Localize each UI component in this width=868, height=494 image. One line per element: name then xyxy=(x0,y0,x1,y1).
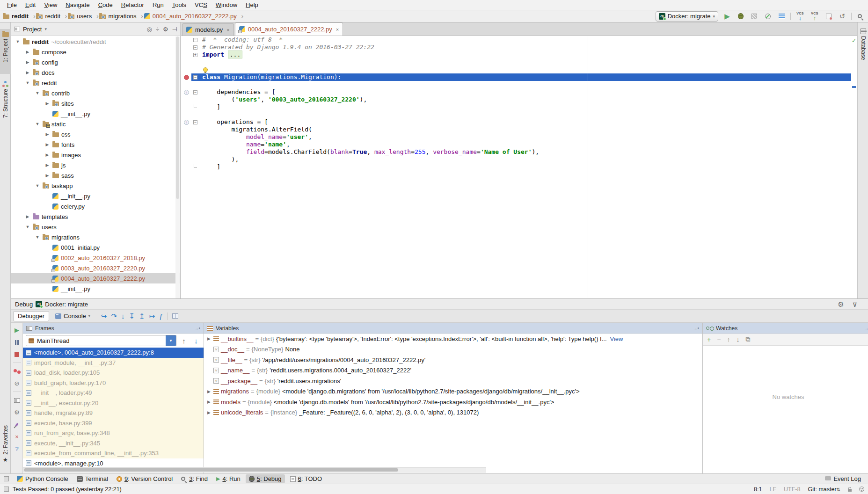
chevron-collapsed-icon[interactable]: ▶ xyxy=(206,410,212,415)
commit-button[interactable] xyxy=(824,12,833,21)
code-line-2[interactable]: −# Generated by Django 1.9.4 on 2016-03-… xyxy=(181,44,851,51)
stack-frame-row[interactable]: load_disk, loader.py:105 xyxy=(23,368,204,378)
code-line-7[interactable] xyxy=(181,81,851,88)
tree-item-config[interactable]: ▶config xyxy=(11,57,180,67)
chevron-expanded-icon[interactable]: ▼ xyxy=(15,39,21,44)
stack-frame-row[interactable]: build_graph, loader.py:170 xyxy=(23,378,204,388)
toolwindow-button-python-console[interactable]: Python Console xyxy=(14,474,72,483)
pin-tab-button[interactable] xyxy=(13,421,21,429)
tree-item-reddit[interactable]: ▼reddit ~/cookiecutter/reddit xyxy=(11,36,180,47)
locate-icon[interactable]: ◎ xyxy=(147,26,152,33)
variable-row[interactable]: ▶__builtins__={dict}{'bytearray': <type … xyxy=(204,334,702,344)
breadcrumb-item[interactable]: migrations› xyxy=(99,13,143,20)
close-button[interactable]: × xyxy=(13,433,21,441)
tree-item-celery-py[interactable]: celery.py xyxy=(11,201,180,211)
run-dashboard-button[interactable] xyxy=(777,12,786,21)
close-tab-icon[interactable]: × xyxy=(336,27,339,32)
code-line-9[interactable]: ('users', '0003_auto_20160327_2220'), xyxy=(181,96,851,103)
next-frame-button[interactable]: ↓ xyxy=(191,336,201,345)
show-execution-point-icon[interactable]: ↪ xyxy=(101,312,107,320)
step-out-icon[interactable]: ↥ xyxy=(139,312,145,320)
highlighting-level-icon[interactable] xyxy=(859,487,864,492)
breakpoint-icon[interactable] xyxy=(181,73,191,81)
add-watch-icon[interactable]: + xyxy=(707,336,711,343)
method-marker-icon[interactable]: ↑ xyxy=(181,88,191,96)
toolwindow-button-5-debug[interactable]: 5: Debug xyxy=(246,474,285,483)
fold-marker-icon[interactable]: − xyxy=(191,36,199,44)
code-line-14[interactable]: model_name='user', xyxy=(181,133,851,141)
stack-frame-row[interactable]: handle, migrate.py:89 xyxy=(23,408,204,418)
fold-marker-icon[interactable]: − xyxy=(191,118,199,126)
chevron-collapsed-icon[interactable]: ▶ xyxy=(206,400,212,404)
chevron-down-icon[interactable]: ▾ xyxy=(166,335,176,346)
chevron-expanded-icon[interactable]: ▼ xyxy=(35,183,40,188)
stack-frame-row[interactable]: execute, base.py:399 xyxy=(23,418,204,429)
tree-item-docs[interactable]: ▶docs xyxy=(11,67,180,78)
variable-row[interactable]: ▶migrations={module}<module 'django.db.m… xyxy=(204,386,702,397)
breadcrumb-item[interactable]: users› xyxy=(68,13,98,20)
tree-item-sass[interactable]: ▶sass xyxy=(11,170,180,181)
code-line-17[interactable]: ), xyxy=(181,156,851,163)
hide-window-icon[interactable]: ⊽ xyxy=(850,299,860,309)
project-panel-title[interactable]: Project xyxy=(23,26,42,33)
debug-button[interactable] xyxy=(736,12,745,21)
undo-button[interactable]: ↺ xyxy=(838,12,847,21)
chevron-expanded-icon[interactable]: ▼ xyxy=(35,235,40,240)
tree-item-templates[interactable]: ▶templates xyxy=(11,211,180,222)
resume-button[interactable]: ▶ xyxy=(13,326,21,334)
debug-settings-icon[interactable]: ⚙ xyxy=(836,299,846,309)
menu-item-tools[interactable]: Tools xyxy=(168,0,190,9)
code-line-8[interactable]: ↑− dependencies = [ xyxy=(181,88,851,96)
code-editor[interactable]: −# -*- coding: utf-8 -*-−# Generated by … xyxy=(181,36,851,298)
menu-item-window[interactable]: Window xyxy=(212,0,241,9)
chevron-collapsed-icon[interactable]: ▶ xyxy=(44,173,50,178)
menu-item-code[interactable]: Code xyxy=(94,0,117,9)
stack-frame-row[interactable]: import_module, __init__.py:37 xyxy=(23,358,204,368)
breadcrumb-item[interactable]: reddit› xyxy=(3,13,35,20)
step-into-icon[interactable]: ↓ xyxy=(121,312,125,320)
settings-icon[interactable]: ⚙ xyxy=(163,26,168,33)
scrollbar-current-line-mark[interactable] xyxy=(852,86,856,88)
chevron-expanded-icon[interactable]: ▼ xyxy=(25,225,30,229)
file-encoding[interactable]: UTF-8 xyxy=(784,486,800,493)
view-breakpoints-button[interactable] xyxy=(13,367,21,375)
tree-item-taskapp[interactable]: ▼taskapp xyxy=(11,181,180,191)
code-line-1[interactable]: −# -*- coding: utf-8 -*- xyxy=(181,36,851,44)
run-configuration-select[interactable]: dj Docker: migrate ▾ xyxy=(656,11,718,22)
debug-settings-button[interactable]: ⚙ xyxy=(13,408,21,416)
stack-frame-row[interactable]: __init__, loader.py:49 xyxy=(23,388,204,398)
pin-icon[interactable]: →• xyxy=(194,326,200,331)
tree-item-__init__-py[interactable]: __init__.py xyxy=(11,283,180,294)
line-separator[interactable]: LF xyxy=(769,486,776,493)
git-branch[interactable]: Git: master⇅ xyxy=(808,486,840,493)
tree-item-js[interactable]: ▶js xyxy=(11,160,180,170)
tree-item-static[interactable]: ▼static xyxy=(11,119,180,129)
code-line-18[interactable]: ] xyxy=(181,163,851,171)
restore-layout-button[interactable] xyxy=(13,396,21,404)
remove-watch-icon[interactable]: − xyxy=(717,336,721,343)
tree-item-fonts[interactable]: ▶fonts xyxy=(11,139,180,150)
fold-marker-icon[interactable] xyxy=(191,163,199,171)
stack-frame-row[interactable]: execute, __init__.py:345 xyxy=(23,438,204,449)
fold-marker-icon[interactable]: + xyxy=(191,51,199,58)
stack-frame-row[interactable]: run_from_argv, base.py:348 xyxy=(23,428,204,438)
move-up-icon[interactable]: ↑ xyxy=(727,336,730,343)
tree-item-contrib[interactable]: ▼contrib xyxy=(11,88,180,98)
menu-item-run[interactable]: Run xyxy=(148,0,168,9)
chevron-collapsed-icon[interactable]: ▶ xyxy=(25,214,30,219)
variable-row[interactable]: v__doc__={NoneType}None xyxy=(204,344,702,355)
code-line-5[interactable] xyxy=(181,66,851,73)
code-line-10[interactable]: ] xyxy=(181,103,851,111)
stripe-button-2-favorites[interactable]: 2: Favorites★ xyxy=(0,423,11,470)
layout-settings-icon[interactable] xyxy=(172,312,178,320)
fold-marker-icon[interactable]: − xyxy=(191,44,199,51)
tree-item-migrations[interactable]: ▼migrations xyxy=(11,232,180,242)
code-line-3[interactable]: +import ... xyxy=(181,51,851,58)
menu-item-view[interactable]: View xyxy=(40,0,61,9)
stop-button[interactable] xyxy=(13,350,21,358)
variable-row[interactable]: ▶unicode_literals={instance}_Feature: _F… xyxy=(204,407,702,418)
chevron-collapsed-icon[interactable]: ▶ xyxy=(206,336,212,341)
toolwindow-button-3-find[interactable]: 3: Find xyxy=(178,474,211,483)
menu-item-help[interactable]: Help xyxy=(241,0,263,9)
toolwindow-button-9-version-control[interactable]: 9: Version Control xyxy=(113,474,176,483)
